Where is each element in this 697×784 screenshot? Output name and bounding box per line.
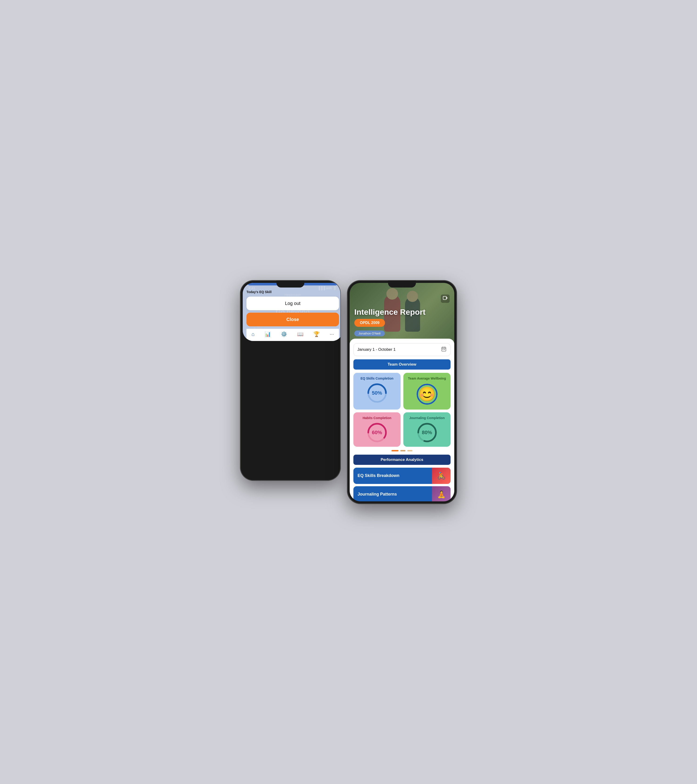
notch-right <box>388 280 416 288</box>
progress-circle-habits: 60% <box>367 422 387 443</box>
progress-circle-journaling: 80% <box>417 422 438 443</box>
phones-container: 9:41 ▐▐▐ wifi 🔋 Headcoach Be strong, Be … <box>241 280 456 504</box>
stat-label-wellbeing: Team Average Wellbeing <box>408 377 446 380</box>
home-icon: ⌂ <box>252 331 255 337</box>
circle-value-eq-skills: 50% <box>367 382 387 404</box>
stat-card-eq-skills: EQ Skills Completion 50% <box>353 373 400 410</box>
nav-book[interactable]: 📖 <box>297 331 303 337</box>
performance-analytics-header: Performance Analytics <box>353 455 451 465</box>
exit-icon <box>443 295 448 301</box>
dot-3 <box>407 450 412 451</box>
nav-more[interactable]: ··· <box>330 331 334 337</box>
stat-label-eq-skills: EQ Skills Completion <box>361 377 394 380</box>
report-title: Intelligence Report <box>354 308 450 316</box>
circle-value-habits: 60% <box>367 422 387 443</box>
stat-card-journaling: Journaling Completion 80% <box>404 412 451 447</box>
stats-grid: EQ Skills Completion 50% Team Average We… <box>353 373 451 447</box>
left-phone: 9:41 ▐▐▐ wifi 🔋 Headcoach Be strong, Be … <box>241 280 340 481</box>
date-range-bar[interactable]: January 1 - October 1 <box>353 343 451 356</box>
stats-icon: 📊 <box>265 331 271 337</box>
more-icon: ··· <box>330 331 334 337</box>
report-content: January 1 - October 1 Team Overview <box>350 339 454 501</box>
hero-content: Intelligence Report OPDL 2009 Jonathon O… <box>350 308 454 336</box>
stat-label-journaling: Journaling Completion <box>409 416 445 420</box>
analytics-label-eq-breakdown: EQ Skills Breakdown <box>353 469 432 482</box>
svg-point-10 <box>417 384 437 404</box>
nav-trophy[interactable]: 🏆 <box>313 331 320 337</box>
trophy-icon: 🏆 <box>313 331 320 337</box>
menu-overlay: 👤 Alexis Pembe! Monday, June 1st, 2023 E… <box>243 283 340 341</box>
nav-home[interactable]: ⌂ <box>252 331 255 337</box>
progress-circle-eq-skills: 50% <box>367 382 387 404</box>
notch-left <box>277 280 304 288</box>
logout-button[interactable]: Log out <box>246 296 339 310</box>
calendar-icon[interactable] <box>441 346 447 353</box>
analytics-cards-container: EQ Skills Breakdown🚴Journaling Patterns🧘 <box>353 468 451 501</box>
stat-card-habits: Habits Completion 60% <box>353 412 400 447</box>
analytics-card-eq-breakdown[interactable]: EQ Skills Breakdown🚴 <box>353 468 451 484</box>
analytics-img-eq-breakdown: 🚴 <box>432 468 451 484</box>
analytics-img-journaling-patterns: 🧘 <box>432 486 451 501</box>
pagination-dots <box>353 450 451 451</box>
analytics-label-journaling-patterns: Journaling Patterns <box>353 488 432 501</box>
book-icon: 📖 <box>297 331 303 337</box>
calendar-svg <box>441 346 447 352</box>
coach-badge: Jonathon O'Neill <box>354 331 385 336</box>
svg-rect-6 <box>444 349 445 350</box>
dot-2 <box>400 450 405 451</box>
wellbeing-visual: 😊 <box>415 382 439 406</box>
right-screen[interactable]: Intelligence Report OPDL 2009 Jonathon O… <box>350 283 454 501</box>
circle-value-journaling: 80% <box>417 422 438 443</box>
svg-rect-1 <box>442 347 446 351</box>
bottom-nav: ⌂ 📊 ⚙️ 📖 🏆 ··· <box>246 329 339 341</box>
nav-settings[interactable]: ⚙️ <box>281 331 287 337</box>
date-range-text: January 1 - October 1 <box>358 347 395 352</box>
dot-1 <box>392 450 399 451</box>
stat-label-habits: Habits Completion <box>363 416 392 420</box>
exit-button[interactable] <box>441 295 450 303</box>
settings-icon: ⚙️ <box>281 331 287 337</box>
eq-skill-label: Today's EQ Skill <box>246 289 339 294</box>
left-screen: 9:41 ▐▐▐ wifi 🔋 Headcoach Be strong, Be … <box>243 283 340 341</box>
opdl-badge: OPDL 2009 <box>354 319 385 327</box>
analytics-card-journaling-patterns[interactable]: Journaling Patterns🧘 <box>353 486 451 501</box>
nav-stats[interactable]: 📊 <box>265 331 271 337</box>
right-phone: Intelligence Report OPDL 2009 Jonathon O… <box>347 280 456 504</box>
close-button[interactable]: Close <box>246 313 339 326</box>
team-overview-header: Team Overview <box>353 359 451 370</box>
svg-rect-5 <box>443 349 443 350</box>
report-hero: Intelligence Report OPDL 2009 Jonathon O… <box>350 283 454 343</box>
stat-card-wellbeing: Team Average Wellbeing 😊 <box>404 373 451 410</box>
